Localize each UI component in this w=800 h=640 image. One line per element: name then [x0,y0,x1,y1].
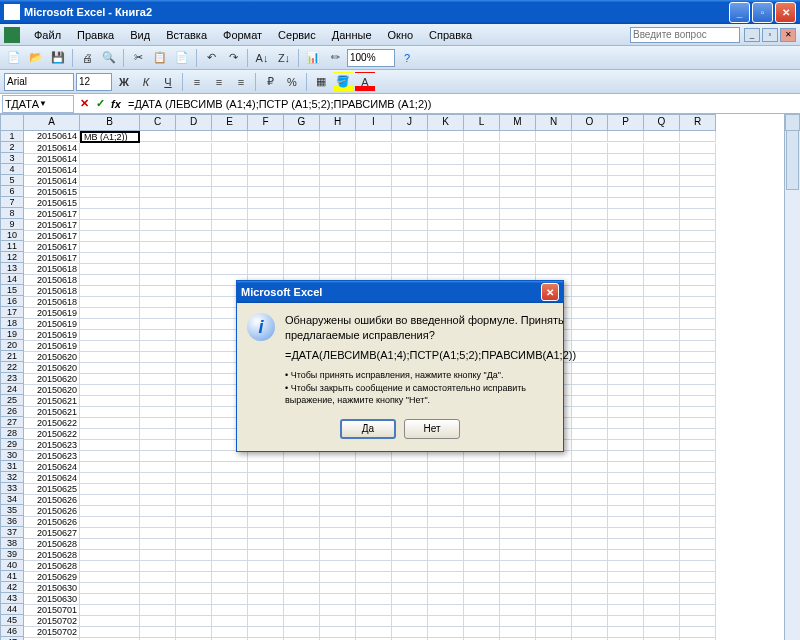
dialog-no-button[interactable]: Нет [404,419,460,439]
error-dialog: Microsoft Excel ✕ i Обнаружены ошибки во… [236,280,564,452]
dialog-message: Обнаружены ошибки во введенной формуле. … [285,313,576,407]
dialog-title-text: Microsoft Excel [241,286,541,298]
dialog-close-button[interactable]: ✕ [541,283,559,301]
info-icon: i [247,313,275,341]
modal-overlay: Microsoft Excel ✕ i Обнаружены ошибки во… [0,0,800,640]
dialog-titlebar: Microsoft Excel ✕ [237,281,563,303]
dialog-yes-button[interactable]: Да [340,419,396,439]
